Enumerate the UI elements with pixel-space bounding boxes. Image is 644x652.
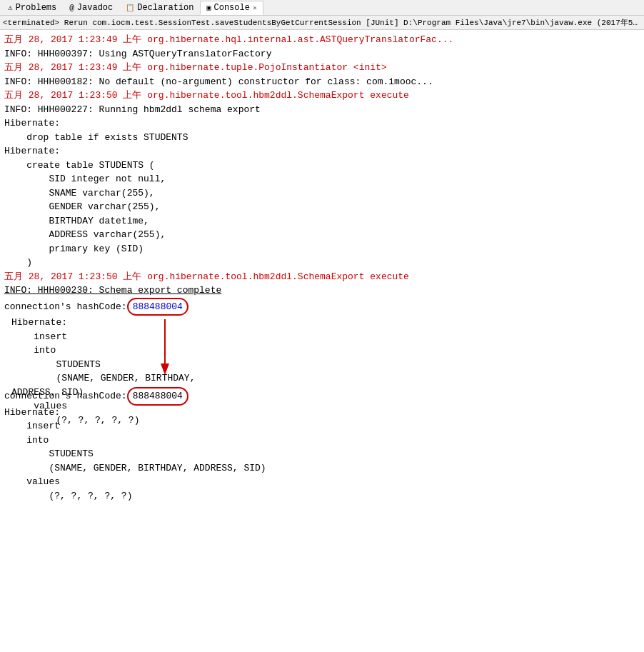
console-line: 五月 28, 2017 1:23:50 上午 org.hibernate.too… [4,89,640,103]
declaration-icon: 📋 [126,4,134,12]
console-line: INFO: HHH000227: Running hbm2ddl schema … [4,103,640,117]
console-line: BIRTHDAY datetime, [4,214,640,229]
tab-declaration[interactable]: 📋 Declaration [119,1,200,15]
console-line: INFO: HHH000397: Using ASTQueryTranslato… [4,47,640,61]
tab-bar: ⚠ Problems @ Javadoc 📋 Declaration ▣ Con… [0,0,644,16]
javadoc-icon: @ [69,4,74,12]
status-text: <terminated> Rerun com.iocm.test.Session… [3,19,644,27]
console-line: 五月 28, 2017 1:23:49 上午 org.hibernate.hql… [4,33,640,47]
console-close-icon[interactable]: ✕ [253,4,257,12]
console-line: values [11,399,226,413]
console-line: STUDENTS [11,358,226,372]
console-line: (SNAME, GENDER, BIRTHDAY, ADDRESS, SID) [11,371,226,399]
console-line: values [4,475,640,489]
console-line: into [11,343,226,358]
console-line: INFO: HHH000182: No default (no-argument… [4,75,640,89]
connection-hashcode-line-1: connection's hashCode:888488004 [4,298,640,316]
console-line: INFO: HHH000230: Schema export complete [4,284,640,298]
status-bar: <terminated> Rerun com.iocm.test.Session… [0,16,644,30]
console-line: Hibernate: [4,116,640,131]
console-output: 五月 28, 2017 1:23:49 上午 org.hibernate.hql… [0,30,644,506]
console-line: ADDRESS varchar(255), [4,228,640,242]
console-line: Hibernate: [4,144,640,159]
tab-javadoc[interactable]: @ Javadoc [63,1,119,15]
console-line: 五月 28, 2017 1:23:49 上午 org.hibernate.tup… [4,61,640,75]
hashcode-value-1: 888488004 [127,298,188,316]
console-line: drop table if exists STUDENTS [4,131,640,145]
console-line: (SNAME, GENDER, BIRTHDAY, ADDRESS, SID) [4,461,640,476]
console-line: into [4,433,640,448]
arrow-annotation: Hibernate: insert into STUDENTS (SNAME, … [11,316,226,387]
console-line: insert [11,330,226,344]
console-line: SNAME varchar(255), [4,186,640,201]
connection-prefix-1: connection's hashCode: [4,301,127,312]
console-line: 五月 28, 2017 1:23:50 上午 org.hibernate.too… [4,270,640,284]
console-line: (?, ?, ?, ?, ?) [11,413,226,428]
console-line: ) [4,256,640,270]
tab-console[interactable]: ▣ Console ✕ [200,1,263,15]
console-line: GENDER varchar(255), [4,200,640,214]
console-line: (?, ?, ?, ?, ?) [4,489,640,503]
console-line: SID integer not null, [4,172,640,186]
console-line: STUDENTS [4,447,640,461]
console-icon: ▣ [206,4,211,12]
tab-console-label: Console [214,3,250,13]
tab-declaration-label: Declaration [137,3,193,13]
tab-javadoc-label: Javadoc [77,3,113,13]
console-line: create table STUDENTS ( [4,159,640,173]
problems-icon: ⚠ [8,3,13,12]
tab-problems-label: Problems [16,3,57,13]
console-line: primary key (SID) [4,242,640,256]
console-line: Hibernate: [11,316,226,330]
tab-problems[interactable]: ⚠ Problems [1,1,63,15]
